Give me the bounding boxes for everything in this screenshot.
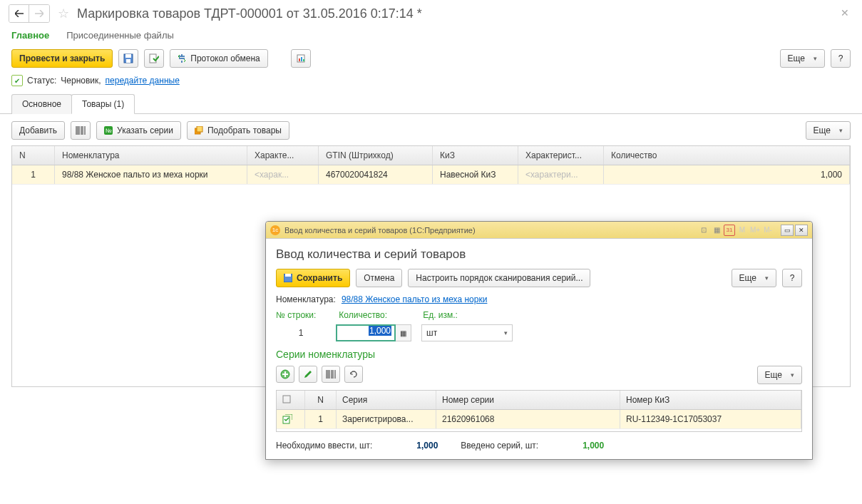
nomenclature-label: Номенклатура: bbox=[276, 294, 336, 304]
series-more-button[interactable]: Еще bbox=[757, 366, 802, 384]
th-nomenclature[interactable]: Номенклатура bbox=[55, 146, 247, 165]
th-characteristic[interactable]: Характе... bbox=[247, 146, 319, 165]
favorite-star-icon[interactable]: ☆ bbox=[56, 6, 71, 21]
cancel-button[interactable]: Отмена bbox=[356, 269, 402, 287]
close-dialog-button[interactable]: ✕ bbox=[795, 225, 808, 236]
barcode-icon-button[interactable] bbox=[71, 121, 91, 140]
close-icon[interactable]: ✕ bbox=[841, 7, 853, 20]
calculator-button[interactable]: ▦ bbox=[396, 324, 411, 341]
row-no-label: № строки: bbox=[276, 310, 316, 320]
dialog-help-button[interactable]: ? bbox=[782, 269, 802, 287]
need-value: 1,000 bbox=[376, 441, 438, 451]
svg-rect-2 bbox=[126, 59, 130, 63]
specify-series-button[interactable]: №Указать серии bbox=[96, 121, 181, 140]
th-quantity[interactable]: Количество bbox=[604, 146, 850, 165]
tab-attached-files[interactable]: Присоединенные файлы bbox=[66, 30, 174, 41]
quantity-input[interactable]: 1,000 bbox=[336, 324, 396, 341]
back-button[interactable] bbox=[9, 5, 29, 22]
cell-qty: 1,000 bbox=[604, 165, 850, 184]
pin-icon[interactable]: ⊡ bbox=[698, 225, 709, 236]
minimize-button[interactable]: ▭ bbox=[781, 225, 794, 236]
m-icon: M bbox=[737, 225, 748, 236]
goods-more-button[interactable]: Еще bbox=[806, 121, 851, 140]
mplus-icon: M+ bbox=[749, 225, 761, 236]
mminus-icon: M- bbox=[762, 225, 774, 236]
calendar-icon[interactable]: 31 bbox=[724, 225, 735, 236]
row-no-value: 1 bbox=[276, 328, 326, 338]
add-series-button[interactable] bbox=[276, 366, 294, 383]
series-cell-n: 1 bbox=[305, 410, 337, 428]
help-button[interactable]: ? bbox=[831, 49, 851, 68]
cell-char2: <характери... bbox=[518, 165, 604, 184]
cell-kiz: Навесной КиЗ bbox=[433, 165, 518, 184]
svg-rect-6 bbox=[301, 57, 302, 61]
protocol-button[interactable]: Протокол обмена bbox=[170, 49, 267, 68]
sth-icon[interactable] bbox=[277, 391, 305, 409]
cell-n: 1 bbox=[12, 165, 55, 184]
sth-series-number[interactable]: Номер серии bbox=[436, 391, 620, 409]
series-section-heading: Серии номенклатуры bbox=[276, 349, 802, 360]
svg-rect-1 bbox=[125, 54, 131, 58]
dialog-more-button[interactable]: Еще bbox=[732, 269, 776, 287]
more-button[interactable]: Еще bbox=[780, 49, 825, 68]
quantity-series-dialog: 1c Ввод количества и серий товаров (1С:П… bbox=[265, 221, 813, 460]
pick-goods-button[interactable]: Подобрать товары bbox=[187, 121, 289, 140]
need-label: Необходимо ввести, шт: bbox=[276, 441, 372, 451]
status-check-icon: ✔ bbox=[11, 75, 23, 86]
series-table: N Серия Номер серии Номер КиЗ 1 Зарегист… bbox=[276, 390, 802, 432]
calc-icon[interactable]: ▦ bbox=[711, 225, 722, 236]
th-kiz[interactable]: КиЗ bbox=[433, 146, 518, 165]
series-cell-kiz: RU-112349-1С17053037 bbox=[620, 410, 801, 428]
svg-rect-7 bbox=[303, 59, 304, 61]
status-value: Черновик, bbox=[61, 76, 101, 86]
specify-series-label: Указать серии bbox=[117, 125, 173, 135]
unit-value: шт bbox=[426, 328, 437, 338]
barcode-series-button[interactable] bbox=[322, 366, 340, 383]
report-icon-button[interactable] bbox=[291, 49, 311, 68]
edit-series-button[interactable] bbox=[299, 366, 317, 383]
unit-label: Ед. изм.: bbox=[423, 310, 458, 320]
svg-rect-5 bbox=[299, 58, 300, 61]
tab-main[interactable]: Главное bbox=[11, 30, 49, 41]
nomenclature-link[interactable]: 98/88 Женское пальто из меха норки bbox=[342, 294, 488, 304]
post-and-close-button[interactable]: Провести и закрыть bbox=[11, 49, 113, 68]
chevron-down-icon: ▾ bbox=[504, 329, 508, 336]
svg-text:№: № bbox=[106, 128, 112, 134]
scan-order-button[interactable]: Настроить порядок сканирования серий... bbox=[408, 269, 590, 287]
save-label: Сохранить bbox=[297, 273, 342, 283]
th-n[interactable]: N bbox=[12, 146, 55, 165]
save-icon-button[interactable] bbox=[118, 49, 138, 68]
refresh-series-button[interactable] bbox=[344, 366, 363, 383]
series-cell-series: Зарегистрирова... bbox=[337, 410, 436, 428]
svg-rect-13 bbox=[285, 274, 291, 277]
sub-tab-main[interactable]: Основное bbox=[11, 94, 72, 114]
cell-nomenclature: 98/88 Женское пальто из меха норки bbox=[55, 165, 247, 184]
qty-label: Количество: bbox=[339, 310, 387, 320]
status-label: Статус: bbox=[27, 76, 56, 86]
status-action-link[interactable]: передайте данные bbox=[106, 76, 180, 86]
series-cell-number: 21620961068 bbox=[436, 410, 620, 428]
dialog-heading: Ввод количества и серий товаров bbox=[276, 247, 802, 262]
add-button[interactable]: Добавить bbox=[11, 121, 65, 140]
svg-rect-3 bbox=[150, 54, 156, 63]
sth-series[interactable]: Серия bbox=[337, 391, 436, 409]
pick-goods-label: Подобрать товары bbox=[207, 125, 282, 135]
series-row[interactable]: 1 Зарегистрирова... 21620961068 RU-11234… bbox=[277, 410, 801, 429]
save-button[interactable]: Сохранить bbox=[276, 269, 350, 287]
sth-n[interactable]: N bbox=[305, 391, 337, 409]
protocol-label: Протокол обмена bbox=[190, 53, 260, 63]
sub-tab-goods[interactable]: Товары (1) bbox=[71, 94, 135, 114]
svg-rect-11 bbox=[197, 126, 202, 132]
cell-gtin: 4670020041824 bbox=[319, 165, 433, 184]
th-gtin[interactable]: GTIN (Штрихкод) bbox=[319, 146, 433, 165]
post-icon-button[interactable] bbox=[144, 49, 164, 68]
entered-value: 1,000 bbox=[543, 441, 604, 451]
unit-select[interactable]: шт ▾ bbox=[421, 324, 513, 341]
dialog-titlebar-text: Ввод количества и серий товаров (1С:Пред… bbox=[284, 226, 694, 235]
table-row[interactable]: 1 98/88 Женское пальто из меха норки <ха… bbox=[12, 165, 850, 185]
sth-kiz-number[interactable]: Номер КиЗ bbox=[620, 391, 801, 409]
page-title: Маркировка товаров ТДРТ-000001 от 31.05.… bbox=[77, 6, 835, 21]
th-characteristic2[interactable]: Характерист... bbox=[518, 146, 604, 165]
forward-button[interactable] bbox=[29, 5, 49, 22]
series-row-icon bbox=[277, 410, 305, 428]
